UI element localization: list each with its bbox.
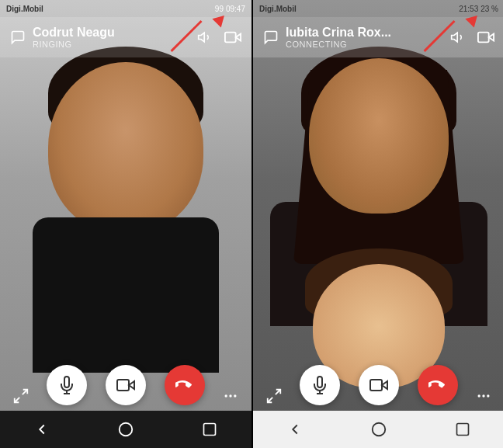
right-phone-screen: Digi.Mobil 21:53 23 % Iubita Crina Rox..…: [253, 0, 503, 448]
svg-marker-0: [199, 33, 204, 42]
chat-icon-left[interactable]: [9, 29, 26, 46]
recent-nav-right[interactable]: [447, 414, 478, 445]
call-name-right: Iubita Crina Rox...: [286, 26, 449, 40]
svg-marker-1: [236, 33, 241, 40]
svg-point-10: [229, 394, 231, 397]
nav-bar-right: [253, 411, 503, 448]
home-nav-right[interactable]: [363, 414, 394, 445]
svg-point-25: [487, 394, 489, 397]
svg-line-8: [15, 398, 19, 402]
call-status-left: RINGING: [33, 40, 196, 49]
person-body-left: [33, 217, 219, 373]
recent-nav-left[interactable]: [194, 414, 225, 445]
bottom-extras-left: [9, 384, 242, 408]
bottom-extras-right: [262, 384, 495, 408]
svg-point-12: [120, 423, 133, 436]
svg-line-22: [268, 398, 272, 402]
svg-point-11: [234, 394, 236, 397]
svg-point-26: [373, 423, 386, 436]
call-name-left: Codrut Neagu: [33, 26, 196, 40]
back-nav-left[interactable]: [26, 414, 57, 445]
battery-right: 23 %: [480, 5, 498, 13]
svg-rect-27: [457, 424, 469, 436]
time-right: 21:53: [459, 5, 478, 13]
call-info-right: Iubita Crina Rox... CONNECTING: [279, 26, 449, 49]
time-left: 09:47: [226, 5, 245, 13]
expand-icon-left[interactable]: [9, 384, 33, 408]
arrow-head-right: [465, 11, 481, 27]
more-options-icon-right[interactable]: [472, 384, 495, 408]
chat-icon-right[interactable]: [262, 29, 279, 46]
status-right-right: 21:53 23 %: [459, 5, 498, 13]
svg-marker-15: [489, 33, 494, 40]
left-phone-screen: Digi.Mobil 99 09:47 Codrut Neagu RINGING: [0, 0, 252, 448]
svg-rect-13: [204, 424, 216, 436]
more-options-icon-left[interactable]: [219, 384, 242, 408]
nav-bar-left: [0, 411, 252, 448]
svg-point-9: [225, 394, 227, 397]
svg-line-7: [23, 390, 27, 394]
call-status-right: CONNECTING: [286, 40, 449, 49]
home-nav-left[interactable]: [110, 414, 141, 445]
red-arrow-left: [206, 14, 227, 64]
arrow-head-left: [212, 11, 228, 27]
svg-point-24: [482, 394, 484, 397]
carrier-right: Digi.Mobil: [259, 5, 297, 13]
svg-marker-14: [452, 33, 458, 42]
red-arrow-right: [460, 14, 480, 64]
person-face-right: [309, 58, 449, 214]
svg-point-23: [478, 394, 480, 397]
call-info-left: Codrut Neagu RINGING: [26, 26, 196, 49]
expand-icon-right[interactable]: [262, 384, 286, 408]
person-face-left: [48, 62, 203, 233]
back-nav-right[interactable]: [279, 414, 310, 445]
carrier-left: Digi.Mobil: [6, 5, 43, 13]
svg-line-21: [276, 390, 280, 394]
